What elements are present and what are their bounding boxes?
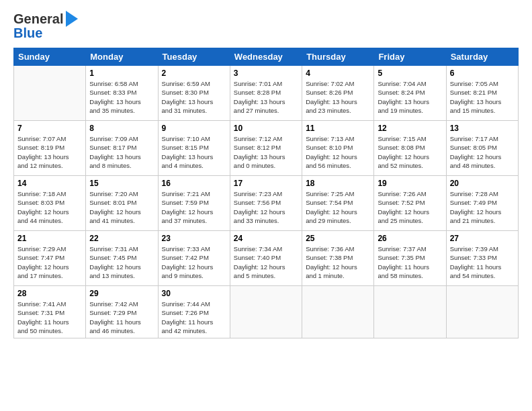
day-number: 16 — [162, 179, 226, 188]
calendar-day-cell: 7Sunrise: 7:07 AMSunset: 8:19 PMDaylight… — [14, 121, 86, 176]
calendar-day-cell: 14Sunrise: 7:18 AMSunset: 8:03 PMDayligh… — [14, 176, 86, 231]
day-info: Sunrise: 7:33 AMSunset: 7:42 PMDaylight:… — [162, 244, 226, 280]
day-info: Sunrise: 6:58 AMSunset: 8:33 PMDaylight:… — [89, 79, 154, 115]
day-number: 19 — [378, 179, 442, 188]
day-info: Sunrise: 7:21 AMSunset: 7:59 PMDaylight:… — [162, 189, 226, 225]
day-info: Sunrise: 7:17 AMSunset: 8:05 PMDaylight:… — [450, 134, 515, 170]
day-info: Sunrise: 7:04 AMSunset: 8:24 PMDaylight:… — [378, 79, 442, 115]
calendar-day-cell: 8Sunrise: 7:09 AMSunset: 8:17 PMDaylight… — [86, 121, 158, 176]
day-info: Sunrise: 7:37 AMSunset: 7:35 PMDaylight:… — [378, 244, 442, 280]
calendar-day-cell: 18Sunrise: 7:25 AMSunset: 7:54 PMDayligh… — [302, 176, 374, 231]
calendar-table: SundayMondayTuesdayWednesdayThursdayFrid… — [13, 48, 519, 338]
day-number: 2 — [162, 68, 226, 78]
day-number: 20 — [450, 179, 515, 188]
day-info: Sunrise: 7:31 AMSunset: 7:45 PMDaylight:… — [89, 244, 154, 280]
calendar-day-cell: 2Sunrise: 6:59 AMSunset: 8:30 PMDaylight… — [158, 66, 230, 121]
day-info: Sunrise: 7:12 AMSunset: 8:12 PMDaylight:… — [234, 134, 298, 170]
day-info: Sunrise: 7:34 AMSunset: 7:40 PMDaylight:… — [234, 244, 298, 280]
calendar-day-cell: 9Sunrise: 7:10 AMSunset: 8:15 PMDaylight… — [158, 121, 230, 176]
day-number: 30 — [162, 289, 226, 298]
weekday-header-monday: Monday — [86, 48, 158, 66]
day-number: 1 — [89, 68, 154, 78]
day-number: 21 — [17, 234, 82, 243]
day-number: 4 — [306, 68, 370, 78]
day-number: 27 — [450, 234, 515, 243]
calendar-day-cell: 17Sunrise: 7:23 AMSunset: 7:56 PMDayligh… — [230, 176, 302, 231]
day-number: 7 — [17, 124, 82, 133]
calendar-week-row: 14Sunrise: 7:18 AMSunset: 8:03 PMDayligh… — [14, 176, 519, 231]
calendar-week-row: 1Sunrise: 6:58 AMSunset: 8:33 PMDaylight… — [14, 66, 519, 121]
day-info: Sunrise: 7:05 AMSunset: 8:21 PMDaylight:… — [450, 79, 515, 115]
day-info: Sunrise: 7:28 AMSunset: 7:49 PMDaylight:… — [450, 189, 515, 225]
calendar-day-cell: 26Sunrise: 7:37 AMSunset: 7:35 PMDayligh… — [374, 231, 446, 286]
day-info: Sunrise: 7:26 AMSunset: 7:52 PMDaylight:… — [378, 189, 442, 225]
calendar-day-cell: 15Sunrise: 7:20 AMSunset: 8:01 PMDayligh… — [86, 176, 158, 231]
logo-arrow-icon — [66, 11, 78, 27]
day-info: Sunrise: 7:10 AMSunset: 8:15 PMDaylight:… — [162, 134, 226, 170]
calendar-day-cell: 27Sunrise: 7:39 AMSunset: 7:33 PMDayligh… — [446, 231, 518, 286]
day-info: Sunrise: 7:23 AMSunset: 7:56 PMDaylight:… — [234, 189, 298, 225]
calendar-day-cell: 5Sunrise: 7:04 AMSunset: 8:24 PMDaylight… — [374, 66, 446, 121]
day-number: 15 — [89, 179, 154, 188]
calendar-day-cell: 16Sunrise: 7:21 AMSunset: 7:59 PMDayligh… — [158, 176, 230, 231]
calendar-day-cell: 19Sunrise: 7:26 AMSunset: 7:52 PMDayligh… — [374, 176, 446, 231]
day-info: Sunrise: 7:25 AMSunset: 7:54 PMDaylight:… — [306, 189, 370, 225]
day-number: 18 — [306, 179, 370, 188]
page: General Blue SundayMondayTuesdayWednesda… — [0, 0, 532, 411]
calendar-day-cell: 11Sunrise: 7:13 AMSunset: 8:10 PMDayligh… — [302, 121, 374, 176]
calendar-day-cell: 25Sunrise: 7:36 AMSunset: 7:38 PMDayligh… — [302, 231, 374, 286]
day-info: Sunrise: 7:42 AMSunset: 7:29 PMDaylight:… — [89, 300, 154, 335]
calendar-day-cell: 10Sunrise: 7:12 AMSunset: 8:12 PMDayligh… — [230, 121, 302, 176]
day-info: Sunrise: 7:36 AMSunset: 7:38 PMDaylight:… — [306, 244, 370, 280]
day-info: Sunrise: 7:44 AMSunset: 7:26 PMDaylight:… — [162, 300, 226, 335]
calendar-day-cell: 20Sunrise: 7:28 AMSunset: 7:49 PMDayligh… — [446, 176, 518, 231]
day-number: 22 — [89, 234, 154, 243]
day-info: Sunrise: 6:59 AMSunset: 8:30 PMDaylight:… — [162, 79, 226, 115]
calendar-day-cell — [230, 286, 302, 338]
day-number: 24 — [234, 234, 298, 243]
weekday-header-tuesday: Tuesday — [158, 48, 230, 66]
calendar-day-cell: 13Sunrise: 7:17 AMSunset: 8:05 PMDayligh… — [446, 121, 518, 176]
weekday-header-wednesday: Wednesday — [230, 48, 302, 66]
calendar-day-cell: 3Sunrise: 7:01 AMSunset: 8:28 PMDaylight… — [230, 66, 302, 121]
day-info: Sunrise: 7:15 AMSunset: 8:08 PMDaylight:… — [378, 134, 442, 170]
day-number: 11 — [306, 124, 370, 133]
calendar-day-cell: 23Sunrise: 7:33 AMSunset: 7:42 PMDayligh… — [158, 231, 230, 286]
calendar-day-cell — [302, 286, 374, 338]
day-number: 12 — [378, 124, 442, 133]
day-info: Sunrise: 7:01 AMSunset: 8:28 PMDaylight:… — [234, 79, 298, 115]
day-info: Sunrise: 7:02 AMSunset: 8:26 PMDaylight:… — [306, 79, 370, 115]
day-number: 8 — [89, 124, 154, 133]
calendar-day-cell: 24Sunrise: 7:34 AMSunset: 7:40 PMDayligh… — [230, 231, 302, 286]
day-info: Sunrise: 7:29 AMSunset: 7:47 PMDaylight:… — [17, 244, 82, 280]
weekday-header-friday: Friday — [374, 48, 446, 66]
day-number: 17 — [234, 179, 298, 188]
calendar-day-cell: 29Sunrise: 7:42 AMSunset: 7:29 PMDayligh… — [86, 286, 158, 338]
day-number: 29 — [89, 289, 154, 298]
day-number: 10 — [234, 124, 298, 133]
calendar-day-cell — [14, 66, 86, 121]
header: General Blue — [13, 11, 519, 41]
day-number: 3 — [234, 68, 298, 78]
calendar-week-row: 7Sunrise: 7:07 AMSunset: 8:19 PMDaylight… — [14, 121, 519, 176]
weekday-header-row: SundayMondayTuesdayWednesdayThursdayFrid… — [14, 48, 519, 66]
calendar-day-cell: 21Sunrise: 7:29 AMSunset: 7:47 PMDayligh… — [14, 231, 86, 286]
calendar-week-row: 28Sunrise: 7:41 AMSunset: 7:31 PMDayligh… — [14, 286, 519, 338]
calendar-day-cell: 28Sunrise: 7:41 AMSunset: 7:31 PMDayligh… — [14, 286, 86, 338]
day-info: Sunrise: 7:41 AMSunset: 7:31 PMDaylight:… — [17, 300, 82, 335]
day-info: Sunrise: 7:18 AMSunset: 8:03 PMDaylight:… — [17, 189, 82, 225]
calendar-day-cell: 30Sunrise: 7:44 AMSunset: 7:26 PMDayligh… — [158, 286, 230, 338]
calendar-day-cell — [374, 286, 446, 338]
logo-general: General — [13, 11, 63, 27]
day-info: Sunrise: 7:07 AMSunset: 8:19 PMDaylight:… — [17, 134, 82, 170]
day-number: 28 — [17, 289, 82, 298]
day-info: Sunrise: 7:13 AMSunset: 8:10 PMDaylight:… — [306, 134, 370, 170]
weekday-header-thursday: Thursday — [302, 48, 374, 66]
calendar-day-cell: 22Sunrise: 7:31 AMSunset: 7:45 PMDayligh… — [86, 231, 158, 286]
weekday-header-sunday: Sunday — [14, 48, 86, 66]
day-number: 13 — [450, 124, 515, 133]
logo: General Blue — [13, 11, 78, 41]
calendar-day-cell: 6Sunrise: 7:05 AMSunset: 8:21 PMDaylight… — [446, 66, 518, 121]
weekday-header-saturday: Saturday — [446, 48, 518, 66]
day-number: 23 — [162, 234, 226, 243]
